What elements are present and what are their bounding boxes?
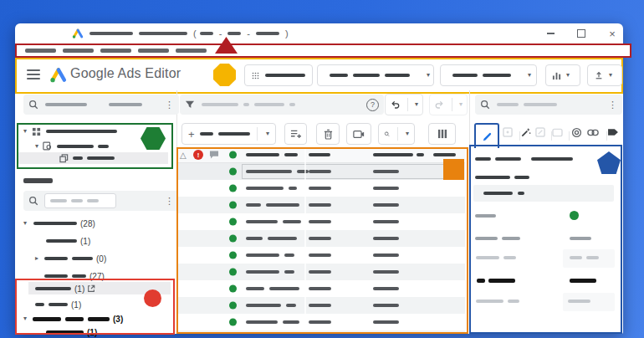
account-tree-root-item[interactable]: ▾ bbox=[23, 125, 117, 137]
post-changes-button[interactable]: ▾ bbox=[587, 64, 622, 86]
video-tool-icon-disabled[interactable] bbox=[551, 126, 563, 138]
manage-columns-button[interactable] bbox=[428, 123, 456, 145]
tree-item[interactable]: (27) bbox=[44, 271, 105, 281]
placeholder-bar bbox=[309, 170, 331, 173]
expand-caret-icon[interactable]: ▾ bbox=[23, 220, 27, 227]
expand-caret-icon[interactable]: ▾ bbox=[23, 315, 27, 322]
magic-wand-icon[interactable] bbox=[519, 126, 531, 138]
minimize-button[interactable] bbox=[544, 28, 556, 39]
form-field-row[interactable] bbox=[469, 274, 619, 286]
account-tree-child-item[interactable]: ▾ bbox=[35, 141, 109, 151]
placeholder-bar bbox=[46, 239, 77, 243]
edit-square-icon-disabled[interactable] bbox=[534, 126, 546, 138]
tree-item[interactable]: ▸ (0) bbox=[35, 254, 106, 264]
caret-down-icon[interactable]: ▾ bbox=[266, 131, 269, 137]
add-to-list-button[interactable] bbox=[284, 123, 307, 145]
placeholder-bar bbox=[100, 49, 131, 53]
undo-button[interactable]: ▾ bbox=[385, 94, 423, 115]
detail-search-bar[interactable]: ⋮ bbox=[475, 95, 622, 115]
at-target-icon[interactable] bbox=[570, 126, 582, 138]
item-count: (1) bbox=[74, 284, 84, 294]
table-row[interactable] bbox=[176, 230, 465, 247]
table-row[interactable] bbox=[176, 314, 465, 330]
caret-down-icon[interactable]: ▾ bbox=[528, 72, 531, 79]
menu-item[interactable] bbox=[63, 49, 94, 53]
placeholder-bar bbox=[33, 222, 77, 225]
table-row-selected[interactable] bbox=[176, 163, 465, 180]
placeholder-bar bbox=[25, 49, 56, 53]
caret-down-icon[interactable]: ▾ bbox=[415, 101, 418, 108]
placeholder-bar bbox=[246, 287, 264, 290]
overflow-menu-icon[interactable]: ⋮ bbox=[165, 197, 174, 206]
replace-text-button[interactable]: ▾ bbox=[378, 123, 415, 145]
item-count: (1) bbox=[87, 328, 97, 337]
form-field-row[interactable] bbox=[469, 252, 619, 264]
download-recent-changes-button[interactable]: ▾ bbox=[317, 64, 434, 86]
add-button[interactable]: + ▾ bbox=[181, 123, 276, 145]
table-row[interactable] bbox=[176, 197, 465, 213]
preview-button[interactable] bbox=[346, 123, 371, 145]
menu-item[interactable] bbox=[25, 49, 56, 53]
expand-caret-icon[interactable]: ▾ bbox=[23, 128, 27, 135]
table-row-partial bbox=[176, 330, 465, 333]
table-row[interactable] bbox=[176, 280, 465, 297]
table-row[interactable] bbox=[176, 180, 465, 197]
caret-down-icon[interactable]: ▾ bbox=[427, 72, 430, 79]
expand-caret-icon[interactable]: ▾ bbox=[35, 143, 38, 150]
tree-item-bold[interactable]: (1) bbox=[46, 327, 97, 337]
table-header-row[interactable]: △ ! bbox=[176, 147, 465, 163]
maximize-button[interactable] bbox=[575, 28, 587, 39]
account-tree-selected-row[interactable] bbox=[18, 152, 168, 164]
search-input[interactable] bbox=[44, 193, 116, 208]
placeholder-bar bbox=[266, 203, 299, 207]
placeholder-bar bbox=[309, 220, 331, 223]
placeholder-bar bbox=[65, 317, 84, 321]
placeholder-bar bbox=[246, 187, 284, 190]
help-icon[interactable]: ? bbox=[366, 99, 379, 111]
tree-item[interactable]: (1) bbox=[46, 236, 90, 246]
document-search-icon bbox=[43, 141, 53, 151]
placeholder-bar bbox=[284, 153, 298, 156]
collapse-caret-icon[interactable]: ▸ bbox=[35, 255, 38, 262]
separator bbox=[397, 127, 398, 141]
filter-bar[interactable]: ? bbox=[180, 95, 384, 115]
statistics-button[interactable]: ▾ bbox=[545, 64, 580, 86]
account-switcher-button[interactable] bbox=[244, 64, 313, 86]
apps-grid-icon bbox=[252, 71, 259, 80]
caret-down-icon[interactable]: ▾ bbox=[609, 72, 612, 79]
table-row[interactable] bbox=[176, 264, 465, 280]
close-button[interactable]: × bbox=[606, 28, 618, 39]
caret-down-icon[interactable]: ▾ bbox=[566, 72, 570, 79]
placeholder-bar bbox=[531, 157, 573, 161]
menu-item[interactable] bbox=[100, 49, 131, 53]
form-field-row[interactable] bbox=[469, 210, 619, 222]
edit-tab-active[interactable] bbox=[474, 123, 499, 148]
link-icon[interactable] bbox=[587, 126, 599, 138]
placeholder-bar bbox=[71, 199, 83, 202]
redo-button-disabled[interactable]: ▾ bbox=[429, 94, 468, 115]
tree-item-bold[interactable]: ▾ (3) bbox=[23, 314, 123, 324]
form-field-row[interactable] bbox=[469, 295, 619, 307]
account-search-bar[interactable]: ⋮ bbox=[23, 95, 179, 115]
table-row[interactable] bbox=[176, 247, 465, 264]
hamburger-menu-button[interactable] bbox=[27, 69, 40, 79]
campaign-search-bar[interactable]: ⋮ bbox=[23, 191, 179, 211]
caret-down-icon[interactable]: ▾ bbox=[459, 101, 463, 108]
tree-item[interactable]: ▾ (28) bbox=[23, 218, 95, 228]
placeholder-bar bbox=[246, 170, 292, 173]
delete-button[interactable] bbox=[316, 123, 340, 145]
caret-down-icon[interactable]: ▾ bbox=[406, 131, 409, 137]
table-row[interactable] bbox=[176, 297, 465, 314]
table-row[interactable] bbox=[176, 213, 465, 230]
menu-item[interactable] bbox=[138, 49, 169, 53]
annotation-octagon bbox=[213, 64, 236, 86]
form-field-row[interactable] bbox=[469, 233, 619, 244]
overflow-menu-icon[interactable]: ⋮ bbox=[608, 100, 617, 110]
placeholder-bar bbox=[46, 330, 84, 335]
overflow-menu-icon[interactable]: ⋮ bbox=[165, 100, 174, 110]
refresh-button[interactable]: ▾ bbox=[440, 64, 537, 86]
menu-item[interactable] bbox=[176, 49, 207, 53]
tree-item[interactable]: (1) bbox=[35, 300, 81, 310]
image-tool-icon-disabled[interactable] bbox=[502, 126, 514, 138]
label-tag-icon[interactable] bbox=[607, 126, 619, 138]
